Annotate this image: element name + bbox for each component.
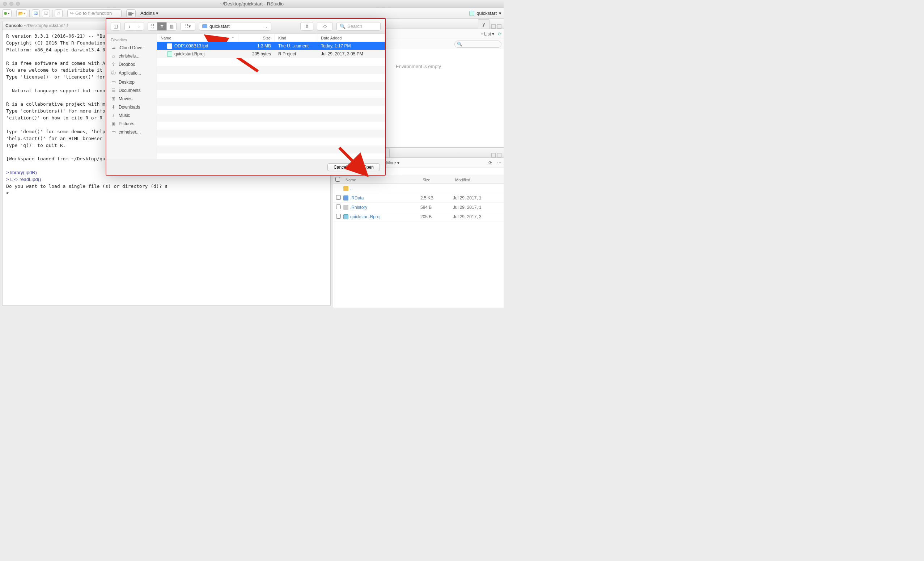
sidebar-toggle-icon[interactable]: ◫ xyxy=(111,23,120,30)
files-row[interactable]: quickstart.Rproj205 BJul 29, 2017, 3 xyxy=(333,212,504,221)
files-select-all[interactable] xyxy=(335,177,340,182)
sidebar-item[interactable]: ♪Music xyxy=(106,111,157,119)
sidebar-item[interactable]: ⬇Downloads xyxy=(106,103,157,111)
sidebar-item-icon: ☰ xyxy=(111,87,116,93)
sidebar-item-label: Movies xyxy=(118,96,132,101)
file-kind: The U…cument xyxy=(274,44,317,48)
file-name-text: .. xyxy=(350,186,353,191)
sidebar-item[interactable]: ⌂chrisheis... xyxy=(106,52,157,60)
project-menu[interactable]: quickstart xyxy=(477,11,497,16)
dialog-sidebar: Favorites ☁iCloud Drive⌂chrisheis...⇪Dro… xyxy=(106,34,157,159)
file-icon xyxy=(167,44,172,49)
files-header: Name Size Modified xyxy=(333,176,504,184)
dialog-file-row[interactable]: quickstart.Rproj205 bytesR ProjectJul 29… xyxy=(157,50,385,58)
sidebar-item[interactable]: ⇪Dropbox xyxy=(106,60,157,68)
sidebar-item-label: iCloud Drive xyxy=(118,45,142,50)
file-size: 1.3 MB xyxy=(238,44,274,48)
back-button[interactable]: ‹ xyxy=(125,23,134,30)
file-name-text: .RData xyxy=(350,196,364,200)
folder-icon xyxy=(202,24,207,28)
rstudio-toolbar: ▾ 📂▾ 🖫 🖫 ⎙ ↪ Go to file/function ▦▾ Addi… xyxy=(0,8,504,19)
files-row[interactable]: .Rhistory594 BJul 29, 2017, 1 xyxy=(333,203,504,212)
file-date: Jul 29, 2017, 3:05 PM xyxy=(317,51,385,56)
file-icon xyxy=(167,51,172,57)
file-row-checkbox[interactable] xyxy=(336,205,341,209)
file-size: 594 B xyxy=(420,205,453,210)
env-search-input[interactable]: 🔍 xyxy=(454,41,501,48)
sidebar-item[interactable]: ☰Documents xyxy=(106,86,157,95)
file-size: 205 bytes xyxy=(238,51,274,56)
sidebar-item[interactable]: ▭cmheiser.... xyxy=(106,128,157,136)
cancel-button[interactable]: Cancel xyxy=(327,163,353,171)
pane-min-icon[interactable] xyxy=(491,153,496,158)
sidebar-toggle-group[interactable]: ◫ xyxy=(111,22,121,31)
dialog-search-input[interactable]: 🔍 Search xyxy=(336,22,381,31)
share-button[interactable]: ⇧ xyxy=(300,22,313,31)
files-row[interactable]: .. xyxy=(333,184,504,193)
sidebar-item-icon: ▭ xyxy=(111,129,116,135)
sidebar-item-icon: Ⓐ xyxy=(111,70,116,77)
dialog-file-row[interactable]: ODP1098B13.lpd1.3 MBThe U…cumentToday, 1… xyxy=(157,42,385,50)
sidebar-item[interactable]: ⊞Movies xyxy=(106,95,157,103)
goto-file-input[interactable]: ↪ Go to file/function xyxy=(67,9,122,17)
pane-min-icon[interactable] xyxy=(491,24,496,29)
file-row-checkbox[interactable] xyxy=(336,214,341,219)
files-refresh-button[interactable]: ⟳ xyxy=(488,160,492,165)
forward-button[interactable]: › xyxy=(134,23,144,30)
sidebar-item[interactable]: ◉Pictures xyxy=(106,119,157,128)
print-button[interactable]: ⎙ xyxy=(55,9,63,17)
console-tab[interactable]: Console xyxy=(5,23,22,28)
open-button[interactable]: Open xyxy=(357,163,380,171)
save-button[interactable]: 🖫 xyxy=(32,9,40,17)
console-path-pop[interactable]: ⤴ xyxy=(66,23,68,28)
console-path: ~/Desktop/quickstart/ xyxy=(24,23,64,28)
folder-dropdown[interactable]: quickstart ⌄ xyxy=(199,22,272,31)
goto-icon: ↪ xyxy=(70,11,74,16)
file-kind: R Project xyxy=(274,51,317,56)
file-name-text: quickstart.Rproj xyxy=(350,214,380,219)
sidebar-item-label: Dropbox xyxy=(118,62,135,67)
sort-menu[interactable]: ⠿ ▾ xyxy=(180,22,195,31)
sidebar-item-label: Documents xyxy=(118,88,141,93)
env-tab-history[interactable]: y xyxy=(478,19,489,29)
sidebar-item[interactable]: ▭Desktop xyxy=(106,78,157,86)
sidebar-item-icon: ⊞ xyxy=(111,96,116,101)
file-icon xyxy=(344,186,348,191)
tags-button[interactable]: ◇ xyxy=(317,22,333,31)
sidebar-item-icon: ▭ xyxy=(111,79,116,85)
sidebar-item-icon: ⌂ xyxy=(111,53,116,59)
pane-max-icon[interactable] xyxy=(497,153,501,158)
new-file-button[interactable]: ▾ xyxy=(2,9,12,17)
file-row-checkbox[interactable] xyxy=(336,195,341,200)
open-project-button[interactable]: 📂▾ xyxy=(16,9,27,17)
sidebar-item-icon: ♪ xyxy=(111,113,116,118)
window-title: ~/Desktop/quickstart - RStudio xyxy=(0,1,504,6)
file-modified: Jul 29, 2017, 3 xyxy=(453,214,504,219)
env-refresh-button[interactable]: ⟳ xyxy=(498,32,501,36)
file-open-dialog: ◫ ‹ › ⠿ ≡ ▥ ⠿ ▾ quickstart ⌄ ⇧ ◇ 🔍 Searc… xyxy=(106,18,386,176)
files-row[interactable]: .RData2.5 KBJul 29, 2017, 1 xyxy=(333,193,504,203)
files-list: ...RData2.5 KBJul 29, 2017, 1.Rhistory59… xyxy=(333,184,504,308)
file-modified: Jul 29, 2017, 1 xyxy=(453,205,504,210)
dialog-file-list[interactable]: ODP1098B13.lpd1.3 MBThe U…cumentToday, 1… xyxy=(157,42,385,159)
file-name: ODP1098B13.lpd xyxy=(174,44,208,48)
sidebar-item[interactable]: ⒶApplicatio... xyxy=(106,68,157,78)
sidebar-item-label: Applicatio... xyxy=(118,71,141,76)
nav-buttons: ‹ › xyxy=(124,22,144,31)
sidebar-item-label: Desktop xyxy=(118,80,135,85)
sidebar-item[interactable]: ☁iCloud Drive xyxy=(106,44,157,52)
sidebar-item-icon: ☁ xyxy=(111,45,116,50)
dialog-list-header: Name⌃ Size Kind Date Added xyxy=(157,34,385,42)
view-columns[interactable]: ▥ xyxy=(167,23,176,30)
save-all-button[interactable]: 🖫 xyxy=(42,9,50,17)
addins-menu[interactable]: Addins▾ xyxy=(140,11,159,16)
pane-max-icon[interactable] xyxy=(497,24,501,29)
file-icon xyxy=(344,205,348,210)
file-size: 2.5 KB xyxy=(420,196,453,200)
tools-grid-button[interactable]: ▦▾ xyxy=(126,9,136,17)
files-overflow-menu[interactable]: ⋯ xyxy=(497,160,501,165)
env-list-toggle[interactable]: ≡ List ▾ xyxy=(480,32,494,36)
view-list[interactable]: ≡ xyxy=(158,23,167,30)
file-name: quickstart.Rproj xyxy=(174,51,204,56)
view-icons[interactable]: ⠿ xyxy=(148,23,158,30)
